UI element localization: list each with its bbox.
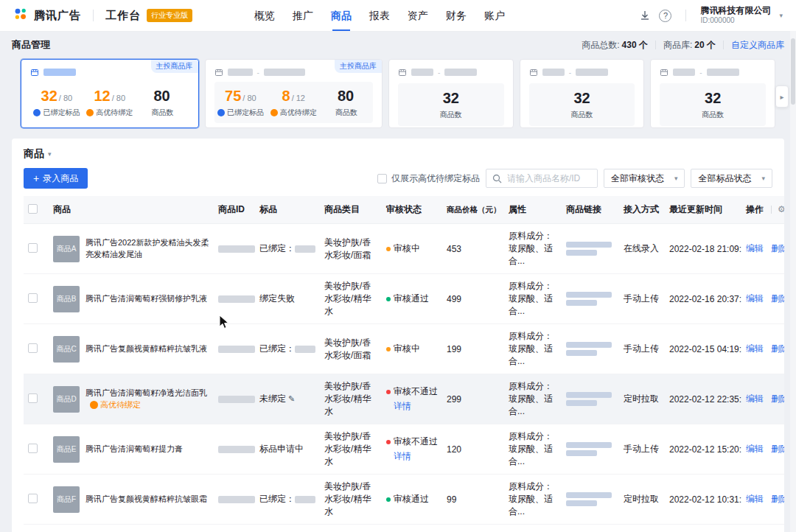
delete-link[interactable]: 删除 [771,494,784,504]
cell-audit-status: 审核通过 [382,475,442,525]
cell-access-method: 在线录入 [619,224,665,274]
biaopin-status-select[interactable]: 全部标品状态▾ [691,169,772,188]
table-row[interactable]: 商品D腾讯广告清润葡萄籽净透光洁面乳高优待绑定未绑定✎美妆护肤/香水彩妆/精华水… [24,374,784,424]
cell-product-id [214,525,255,532]
product-library-card[interactable]: -32商品数 [650,59,775,128]
cell-actions: 编辑删除 [741,475,784,525]
dash: - [438,69,440,77]
priority-filter-label: 仅展示高优待绑定标品 [391,172,480,185]
delete-link[interactable]: 删除 [771,243,784,253]
cell-actions: 编辑删除 [741,525,784,532]
scrollbar-thumb[interactable] [791,38,795,105]
select-all-checkbox[interactable] [28,204,38,214]
card-stat: 80商品数 [320,88,373,118]
card-stat: 12/ 80高优待绑定 [83,88,136,118]
cell-price: 499 [442,274,504,324]
cell-attributes: 原料成分：玻尿酸、适合... [504,475,562,525]
product-library-card[interactable]: -32商品数 [520,59,645,128]
column-header: 标品 [255,196,320,224]
vertical-scrollbar[interactable] [790,31,796,532]
status-dot [386,497,391,502]
account-id: ID:000000 [700,16,771,26]
help-icon[interactable]: ? [659,10,671,22]
table-row[interactable]: 商品E腾讯广告清润葡萄籽提力膏标品申请中美妆护肤/香水彩妆/精华水审核不通过详情… [24,424,784,475]
edit-link[interactable]: 编辑 [746,343,764,354]
nav-item-报表[interactable]: 报表 [369,0,390,31]
nav-item-推广[interactable]: 推广 [293,0,313,31]
cell-updated-time: 2022-02-18 21:09:3 [665,224,741,274]
nav-item-财务[interactable]: 财务 [446,0,467,31]
table-row[interactable]: 商品F腾讯广告复颜视黄醇精粹抗皱眼霜已绑定：美妆护肤/香水彩妆/精华水审核通过9… [24,475,784,525]
cell-product: 商品A腾讯广告2022新款护发精油头发柔亮发精油发尾油 [49,224,214,274]
cell-price: 99 [442,475,504,525]
edit-link[interactable]: 编辑 [746,444,764,454]
cell-audit-status: 审核不通过详情 [382,424,442,475]
custom-library-link[interactable]: 自定义商品库 [731,39,784,52]
table-row[interactable]: 商品A腾讯广告2022新款护发精油头发柔亮发精油发尾油已绑定：美妆护肤/香水彩妆… [24,224,784,274]
nav-item-资产[interactable]: 资产 [408,0,428,31]
cell-actions: 编辑删除 [741,274,784,324]
cell-biaopin: 未绑定✎ [255,374,320,424]
delete-link[interactable]: 删除 [771,444,784,454]
row-checkbox[interactable] [28,293,38,303]
status-dot [386,297,391,301]
tencent-ads-logo-icon[interactable] [13,7,28,24]
brand: 腾讯广告 工作台 行业专业版 [13,7,192,24]
row-checkbox[interactable] [28,444,38,453]
edit-link[interactable]: 编辑 [746,393,764,404]
nav-right: ? 腾讯科技有限公司 ID:000000 ▾ [639,5,783,26]
table-row[interactable]: 商品B腾讯广告清润葡萄籽强韧修护乳液绑定失败美妆护肤/香水彩妆/精华水审核通过4… [24,274,784,324]
row-checkbox[interactable] [28,393,38,403]
product-thumbnail: 商品D [53,386,80,413]
cell-attributes: 原料成分：玻尿酸、适合... [504,274,562,324]
main-library-tag: 主投商品库 [151,60,198,73]
download-icon[interactable] [639,10,651,21]
masked-link [566,442,612,448]
search-input[interactable] [506,172,591,184]
cards-next-button[interactable]: ▸ [775,85,789,108]
divider [93,10,94,21]
high-priority-icon [86,109,94,116]
column-settings-icon[interactable]: ⚙ [778,204,784,214]
nav-item-概览[interactable]: 概览 [254,0,275,31]
chevron-down-icon: ▾ [48,150,52,158]
edit-link[interactable]: 编辑 [746,243,764,253]
row-checkbox[interactable] [28,243,38,253]
cell-attributes: 原料成分：玻尿酸、适合... [504,224,562,274]
status-dot [386,440,391,444]
edit-biaopin-icon[interactable]: ✎ [288,394,295,403]
library-icon [660,68,668,77]
table-row[interactable]: 商品G腾讯广告清润全日保湿精华凝露已绑定：美妆护肤/香水彩妆/面霜审核通过59原… [24,525,784,532]
masked-library-name [43,69,76,76]
delete-link[interactable]: 删除 [771,343,784,354]
product-library-card[interactable]: 主投商品库-75/ 80已绑定标品8/ 12高优待绑定80商品数 [205,59,383,128]
edit-link[interactable]: 编辑 [746,293,764,304]
delete-link[interactable]: 删除 [771,393,784,404]
masked-link [566,500,597,506]
audit-status: 审核通过 [386,493,438,505]
masked-product-id [218,245,255,253]
table-row[interactable]: 商品C腾讯广告复颜视黄醇精粹抗皱乳液已绑定：美妆护肤/香水彩妆/面霜审核中199… [24,324,784,374]
masked-library-name [576,69,608,76]
account-menu[interactable]: 腾讯科技有限公司 ID:000000 [700,5,771,26]
status-detail-link[interactable]: 详情 [394,400,411,413]
nav-item-商品[interactable]: 商品 [331,0,352,31]
product-library-card[interactable]: 主投商品库32/ 80已绑定标品12/ 80高优待绑定80商品数 [21,59,199,128]
add-product-button[interactable]: + 录入商品 [24,168,88,189]
row-checkbox[interactable] [28,343,38,353]
cell-category: 美妆护肤/香水彩妆/精华水 [320,475,382,525]
product-library-card[interactable]: -32商品数 [388,59,514,128]
product-type-dropdown[interactable]: 商品▾ [24,147,63,161]
nav-item-账户[interactable]: 账户 [484,0,505,31]
status-detail-link[interactable]: 详情 [394,450,411,463]
row-checkbox[interactable] [28,494,38,503]
page-title: 商品管理 [12,38,50,52]
edit-link[interactable]: 编辑 [746,494,764,504]
masked-library-name [228,69,253,76]
priority-filter-checkbox[interactable] [377,174,387,183]
masked-library-name [673,69,695,76]
cell-biaopin: 已绑定： [255,525,320,532]
cell-updated-time: 2022-02-12 15:20:3 [665,424,741,475]
audit-status-select[interactable]: 全部审核状态▾ [604,169,685,188]
delete-link[interactable]: 删除 [771,293,784,304]
